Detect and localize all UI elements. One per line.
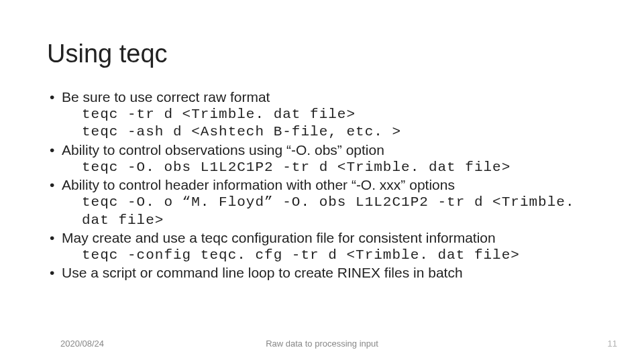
- bullet-3-code-1: teqc -O. o “M. Floyd” -O. obs L1L2C1P2 -…: [62, 194, 597, 229]
- bullet-1-code-1: teqc -tr d <Trimble. dat file>: [62, 106, 597, 123]
- bullet-2-text: Ability to control observations using “-…: [62, 142, 384, 158]
- bullet-2-code-1: teqc -O. obs L1L2C1P2 -tr d <Trimble. da…: [62, 159, 597, 176]
- footer: 2020/08/24 Raw data to processing input …: [0, 339, 644, 349]
- bullet-1: Be sure to use correct raw format teqc -…: [47, 88, 597, 141]
- bullet-1-code-2: teqc -ash d <Ashtech B-file, etc. >: [62, 123, 597, 141]
- bullet-5: Use a script or command line loop to cre…: [47, 264, 597, 282]
- body-list: Be sure to use correct raw format teqc -…: [47, 88, 597, 282]
- bullet-3-text: Ability to control header information wi…: [62, 177, 455, 192]
- slide-title: Using teqc: [47, 40, 597, 68]
- bullet-4-text: May create and use a teqc configuration …: [62, 230, 496, 245]
- bullet-3: Ability to control header information wi…: [47, 176, 597, 229]
- bullet-5-text: Use a script or command line loop to cre…: [62, 265, 463, 280]
- bullet-4-code-1: teqc -config teqc. cfg -tr d <Trimble. d…: [62, 247, 597, 264]
- bullet-4: May create and use a teqc configuration …: [47, 229, 597, 265]
- bullet-2: Ability to control observations using “-…: [47, 141, 597, 177]
- slide: Using teqc Be sure to use correct raw fo…: [0, 0, 644, 362]
- bullet-1-text: Be sure to use correct raw format: [62, 89, 270, 105]
- footer-title: Raw data to processing input: [0, 339, 644, 349]
